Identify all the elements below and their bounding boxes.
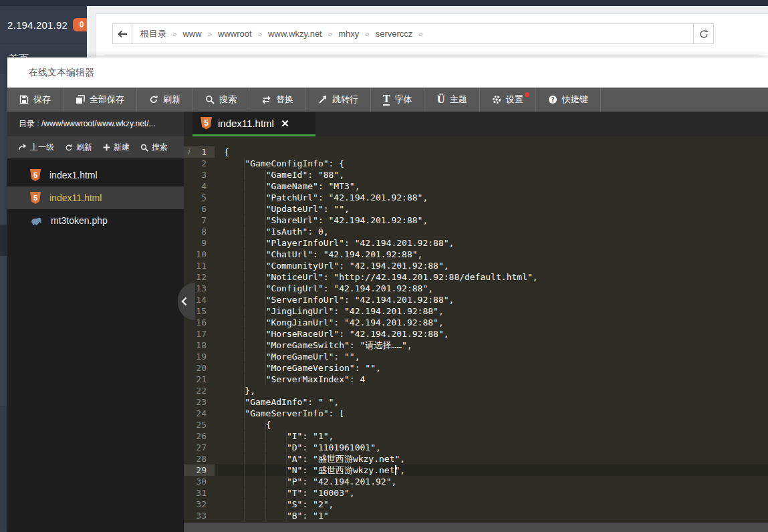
breadcrumb-refresh-button[interactable] [693,24,713,43]
code-text: "ServerInfoUrl": "42.194.201.92:88", [224,295,454,305]
sidebar-server-header[interactable]: 2.194.201.92 0 [0,6,87,44]
code-text: }, [224,386,255,396]
code-line[interactable]: 4 "GameName": "MT3", [184,180,768,192]
editor-toolbar: 保存 全部保存 刷新 搜索 [7,88,768,112]
code-text: "ConfigUrl": "42.194.201.92:88", [224,283,433,293]
code-text: "ShareUrl": "42.194.201.92:88", [224,215,428,225]
code-line[interactable]: 28 "A": "盛世西游wkzy.net", [184,453,768,464]
code-line[interactable]: 11 "CommunityUrl": "42.194.201.92:88", [184,260,768,271]
tree-search-button[interactable]: 搜索 [135,142,173,153]
code-line[interactable]: 14 "ServerInfoUrl": "42.194.201.92:88", [184,294,768,305]
tab-index11-html[interactable]: 5 index11.html [193,112,315,136]
code-line[interactable]: 2 "GameConfigInfo": { [184,158,768,169]
search-icon [205,95,215,104]
bt-panel-window: { "colors": { "accent_orange": "#e8673b"… [0,0,768,532]
code-line[interactable]: 26 "I": "1", [184,430,768,442]
file-item-index1-html[interactable]: 5index1.html [7,164,184,186]
top-strip [0,0,768,6]
code-line[interactable]: 9 "PlayerInfoUrl": "42.194.201.92:88", [184,237,768,249]
code-line[interactable]: 6 "UpdateUrl": "", [184,203,768,215]
code-line[interactable]: 25 { [184,419,768,430]
code-line[interactable]: 20 "MoreGameVersion": "", [184,362,768,374]
hotkeys-button[interactable]: ? 快捷键 [536,88,601,112]
tree-refresh-button[interactable]: 刷新 [59,142,98,153]
chevron-left-icon [181,297,187,306]
code-line[interactable]: 8 "IsAuth": 0, [184,226,768,237]
breadcrumb-item[interactable]: mhxy [338,29,359,39]
font-icon: T [383,94,390,106]
code-line[interactable]: 30 "P": "42.194.201.92", [184,476,768,487]
line-number: 7 [184,215,215,226]
goto-line-icon [318,95,328,104]
up-level-icon [18,144,27,151]
code-line[interactable]: 10 "ChatUrl": "42.194.201.92:88", [184,249,768,260]
code-line[interactable]: 15 "JingLingUrl": "42.194.201.92:88", [184,305,768,317]
line-number: 22 [184,385,215,396]
code-line[interactable]: 5 "PatchUrl": "42.194.201.92:88", [184,192,768,203]
html-file-icon: 5 [30,192,41,204]
code-text: "PlayerInfoUrl": "42.194.201.92:88", [224,238,454,248]
php-file-icon [30,216,42,225]
code-line[interactable]: 17 "HorseRaceUrl": "42.194.201.92:88", [184,328,768,340]
file-item-index11-html[interactable]: 5index11.html [7,186,184,209]
breadcrumb-item[interactable]: wwwroot [218,29,252,39]
code-line[interactable]: 29 "N": "盛世西游wkzy.net", [184,464,768,476]
code-line[interactable]: 18 "MoreGameSwitch": "请选择……", [184,340,768,351]
breadcrumb-item[interactable]: 根目录 [140,28,166,40]
code-line[interactable]: 7 "ShareUrl": "42.194.201.92:88", [184,215,768,226]
code-line[interactable]: 32 "S": "2", [184,499,768,510]
indent-guides [224,170,266,180]
code-line[interactable]: 19 "MoreGameUrl": "", [184,351,768,362]
settings-button[interactable]: 设置 [480,88,536,112]
breadcrumb-separator: > [328,30,332,38]
code-editor-pane: 5 index11.html 1i{2 "GameConfigInfo": {3… [184,112,768,532]
breadcrumb-item[interactable]: www [182,29,201,39]
goto-line-button[interactable]: 跳转行 [306,88,371,112]
code-area[interactable]: 1i{2 "GameConfigInfo": {3 "GameId": "88"… [184,136,768,532]
code-line[interactable]: 13 "ConfigUrl": "42.194.201.92:88", [184,283,768,294]
indent-guides [224,454,287,464]
code-text: "ServerMaxIndex": 4 [224,374,365,384]
breadcrumb-separator: > [172,30,176,38]
font-button[interactable]: T 字体 [371,88,424,112]
code-text: "ChatUrl": "42.194.201.92:88", [224,249,422,259]
line-number: 17 [184,328,215,340]
indent-guides [224,227,266,237]
code-line[interactable]: 27 "D": "1101961001", [184,442,768,453]
indent-guides [224,295,266,305]
editor-refresh-button[interactable]: 刷新 [137,88,193,112]
save-all-button[interactable]: 全部保存 [63,88,137,112]
code-line[interactable]: 21 "ServerMaxIndex": 4 [184,374,768,385]
code-line[interactable]: 22 }, [184,385,768,396]
close-tab-icon[interactable] [281,120,289,127]
code-line[interactable]: 16 "KongJianUrl": "42.194.201.92:88", [184,317,768,328]
new-file-button[interactable]: 新建 [98,142,135,153]
breadcrumb-item[interactable]: www.wkzy.net [268,29,322,39]
line-number: 32 [184,499,215,510]
code-text: "D": "1101961001", [224,442,381,452]
code-line[interactable]: 31 "T": "10003", [184,487,768,499]
replace-icon [261,96,271,104]
breadcrumb-path: 根目录>www>wwwroot>www.wkzy.net>mhxy>server… [132,24,693,43]
code-line[interactable]: 23 "GameAdInfo": " ", [184,396,768,408]
code-text: "GameId": "88", [224,170,344,180]
directory-path-bar: 目录 : /www/wwwroot/www.wkzy.net/... [7,112,184,136]
code-line[interactable]: 33 "B": "1" [184,510,768,521]
save-button[interactable]: 保存 [7,88,63,112]
svg-text:?: ? [551,96,554,103]
file-item-mt3token-php[interactable]: mt3token.php [7,209,184,232]
replace-button[interactable]: 替换 [249,88,306,112]
editor-search-button[interactable]: 搜索 [193,88,249,112]
code-line[interactable]: 12 "NoticeUrl": "http://42.194.201.92:88… [184,271,768,283]
indent-guides [224,363,266,373]
code-line[interactable]: 24 "GameServerInfo": [ [184,408,768,419]
indent-guides [224,374,266,384]
back-button[interactable] [113,24,132,43]
breadcrumb-item[interactable]: serverccz [376,29,413,39]
code-line[interactable]: 1i{ [184,146,768,158]
code-line[interactable]: 3 "GameId": "88", [184,169,768,180]
theme-button[interactable]: Ü 主题 [424,88,479,112]
code-lines: 1i{2 "GameConfigInfo": {3 "GameId": "88"… [184,146,768,521]
up-level-button[interactable]: 上一级 [13,142,59,153]
file-name: index1.html [49,170,98,180]
